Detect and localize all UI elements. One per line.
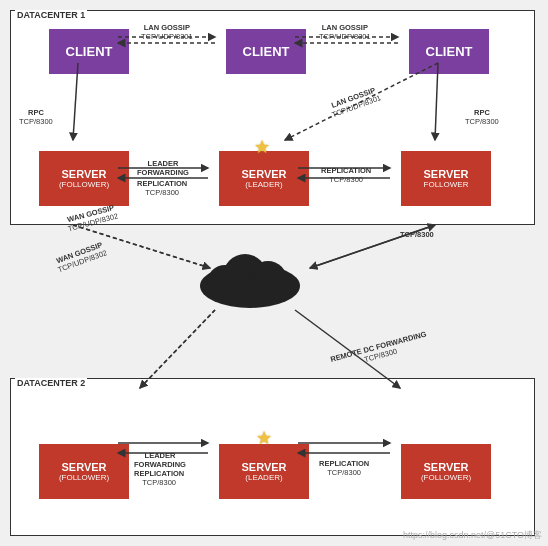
rpc-label-2: RPCTCP/8300	[465, 108, 499, 126]
datacenter-2-box: DATACENTER 2 SERVER (FOLLOWER) SERVER (L…	[10, 378, 535, 536]
tcp-8300-internet-dc1: TCP/8300	[400, 230, 434, 239]
leader-star-dc2: ★	[256, 427, 272, 449]
client-2: CLIENT	[226, 29, 306, 74]
replication-label-dc2-left: REPLICATIONTCP/8300	[134, 469, 184, 487]
server-3-follower: SERVER FOLLOWER	[401, 151, 491, 206]
leader-forwarding-label-dc2: LEADERFORWARDING	[134, 451, 186, 469]
internet-cloud: INTERNET	[190, 238, 310, 313]
lan-gossip-label-2: LAN GOSSIPTCP/UDP/8301	[319, 23, 371, 41]
svg-line-20	[140, 310, 215, 388]
server-5-leader: SERVER (LEADER)	[219, 444, 309, 499]
watermark: https://blog.csdn.net/@51CTO博客	[403, 529, 542, 542]
remote-dc-forwarding-label: REMOTE DC FORWARDINGTCP/8300	[329, 329, 429, 372]
lan-gossip-label-3: LAN GOSSIPTCP/UDP/8301	[327, 85, 382, 120]
wan-gossip-outside: WAN GOSSIPTCP/UDP/8302	[53, 240, 108, 275]
dc2-label: DATACENTER 2	[15, 378, 87, 388]
leader-forwarding-label: LEADERFORWARDING	[137, 159, 189, 177]
client-1: CLIENT	[49, 29, 129, 74]
lan-gossip-label-1: LAN GOSSIPTCP/UDP/8301	[141, 23, 193, 41]
svg-line-21	[140, 310, 215, 388]
replication-label-1: REPLICATIONTCP/8300	[137, 179, 187, 197]
rpc-label-1: RPCTCP/8300	[19, 108, 53, 126]
server-2-leader: SERVER (LEADER)	[219, 151, 309, 206]
client-3: CLIENT	[409, 29, 489, 74]
dc1-label: DATACENTER 1	[15, 10, 87, 20]
server-6-follower: SERVER (FOLLOWER)	[401, 444, 491, 499]
replication-label-2: REPLICATIONTCP/8300	[321, 166, 371, 184]
server-1-follower: SERVER (FOLLOWER)	[39, 151, 129, 206]
server-4-follower: SERVER (FOLLOWER)	[39, 444, 129, 499]
leader-star-dc1: ★	[254, 136, 270, 158]
datacenter-1-box: DATACENTER 1 CLIENT CLIENT CLIENT SERVER…	[10, 10, 535, 225]
internet-label: INTERNET	[225, 270, 275, 281]
replication-label-dc2-right: REPLICATIONTCP/8300	[319, 459, 369, 477]
main-container: DATACENTER 1 CLIENT CLIENT CLIENT SERVER…	[0, 0, 548, 546]
wan-gossip-label-dc1: WAN GOSSIPTCP/UDP/8302	[65, 203, 120, 234]
